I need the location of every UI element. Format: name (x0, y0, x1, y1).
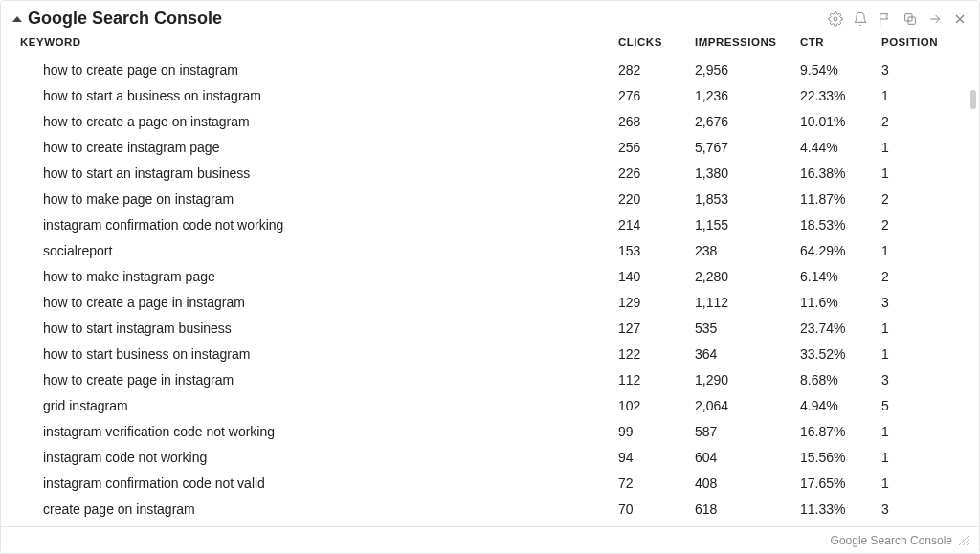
cell-ctr: 11.6% (800, 289, 881, 315)
cell-impressions: 604 (695, 444, 800, 470)
cell-position: 2 (881, 211, 968, 237)
table-row[interactable]: how to create instagram page2565,7674.44… (12, 134, 968, 160)
cell-keyword: socialreport (12, 237, 618, 263)
column-header-ctr[interactable]: CTR (800, 36, 881, 48)
collapse-caret-icon[interactable] (12, 16, 22, 22)
widget-footer: Google Search Console (1, 526, 979, 553)
cell-keyword: instagram confirmation code not working (12, 211, 618, 237)
cell-position: 1 (881, 315, 968, 341)
cell-keyword: how to create a page in instagram (12, 289, 618, 315)
table-row[interactable]: instagram code not working9460415.56%1 (12, 444, 968, 470)
cell-clicks: 122 (618, 341, 695, 366)
table-row[interactable]: instagram verification code not working9… (12, 418, 968, 444)
column-header-impressions[interactable]: IMPRESSIONS (695, 36, 800, 48)
cell-impressions: 2,676 (695, 108, 800, 134)
cell-keyword: how to make page on instagram (12, 186, 618, 211)
bell-icon[interactable] (853, 11, 868, 27)
widget-toolbar (828, 11, 968, 27)
cell-ctr: 10.01% (800, 108, 881, 134)
cell-keyword: how to create instagram page (12, 134, 618, 160)
widget-title: Google Search Console (28, 9, 222, 29)
cell-impressions: 364 (695, 341, 800, 366)
cell-impressions: 1,155 (695, 211, 800, 237)
export-arrow-icon[interactable] (927, 11, 943, 27)
cell-impressions: 408 (695, 470, 800, 496)
column-header-clicks[interactable]: CLICKS (618, 36, 695, 48)
cell-clicks: 140 (618, 263, 695, 289)
cell-position: 1 (881, 237, 968, 263)
cell-clicks: 112 (618, 366, 695, 392)
cell-position: 3 (881, 289, 968, 315)
cell-impressions: 1,112 (695, 289, 800, 315)
cell-ctr: 64.29% (800, 237, 881, 263)
close-icon[interactable] (952, 11, 968, 27)
cell-keyword: grid instagram (12, 392, 618, 418)
cell-impressions: 2,956 (695, 56, 800, 82)
table-row[interactable]: how to start an instagram business2261,3… (12, 160, 968, 186)
table-row[interactable]: how to create page on instagram2822,9569… (12, 56, 968, 82)
cell-position: 1 (881, 160, 968, 186)
cell-impressions: 1,290 (695, 366, 800, 392)
table-row[interactable]: how to create a page on instagram2682,67… (12, 108, 968, 134)
cell-position: 3 (881, 366, 968, 392)
table-row[interactable]: how to create a page in instagram1291,11… (12, 289, 968, 315)
cell-impressions: 535 (695, 315, 800, 341)
cell-position: 1 (881, 418, 968, 444)
cell-impressions: 2,280 (695, 263, 800, 289)
cell-ctr: 9.54% (800, 56, 881, 82)
cell-keyword: how to create page in instagram (12, 366, 618, 392)
widget-header: Google Search Console (1, 1, 979, 33)
table-row[interactable]: how to start a business on instagram2761… (12, 82, 968, 108)
cell-clicks: 127 (618, 315, 695, 341)
cell-position: 1 (881, 134, 968, 160)
cell-ctr: 15.56% (800, 444, 881, 470)
table-row[interactable]: how to start business on instagram122364… (12, 341, 968, 366)
gear-icon[interactable] (828, 11, 843, 27)
cell-clicks: 214 (618, 211, 695, 237)
cell-clicks: 276 (618, 82, 695, 108)
cell-keyword: how to make instagram page (12, 263, 618, 289)
table-row[interactable]: create page on instagram7061811.33%3 (12, 496, 968, 521)
copy-icon[interactable] (902, 11, 918, 27)
table-row[interactable]: instagram confirmation code not valid724… (12, 470, 968, 496)
table-row[interactable]: instagram confirmation code not working2… (12, 211, 968, 237)
cell-keyword: instagram code not working (12, 444, 618, 470)
cell-keyword: how to create page on instagram (12, 56, 618, 82)
cell-ctr: 16.38% (800, 160, 881, 186)
cell-position: 2 (881, 186, 968, 211)
cell-keyword: how to start a business on instagram (12, 82, 618, 108)
flag-icon[interactable] (878, 11, 893, 27)
cell-position: 1 (881, 470, 968, 496)
table-row[interactable]: how to create page in instagram1121,2908… (12, 366, 968, 392)
cell-impressions: 5,767 (695, 134, 800, 160)
cell-impressions: 2,064 (695, 392, 800, 418)
cell-clicks: 94 (618, 444, 695, 470)
cell-position: 2 (881, 108, 968, 134)
cell-keyword: instagram confirmation code not valid (12, 470, 618, 496)
cell-ctr: 11.87% (800, 186, 881, 211)
cell-position: 1 (881, 341, 968, 366)
cell-ctr: 22.33% (800, 82, 881, 108)
data-table: how to create page on instagram2822,9569… (12, 56, 968, 521)
cell-ctr: 17.65% (800, 470, 881, 496)
cell-position: 3 (881, 496, 968, 521)
cell-impressions: 1,380 (695, 160, 800, 186)
cell-ctr: 6.14% (800, 263, 881, 289)
table-row[interactable]: how to start instagram business12753523.… (12, 315, 968, 341)
column-header-position[interactable]: POSITION (881, 36, 968, 48)
scrollbar-thumb[interactable] (970, 90, 976, 109)
cell-position: 2 (881, 263, 968, 289)
table-row[interactable]: how to make page on instagram2201,85311.… (12, 186, 968, 211)
cell-ctr: 23.74% (800, 315, 881, 341)
column-header-row: KEYWORD CLICKS IMPRESSIONS CTR POSITION (12, 33, 968, 56)
resize-handle-icon[interactable] (958, 535, 969, 546)
cell-keyword: create page on instagram (12, 496, 618, 521)
cell-ctr: 11.33% (800, 496, 881, 521)
cell-keyword: how to start business on instagram (12, 341, 618, 366)
table-row[interactable]: socialreport15323864.29%1 (12, 237, 968, 263)
table-row[interactable]: how to make instagram page1402,2806.14%2 (12, 263, 968, 289)
table-row[interactable]: grid instagram1022,0644.94%5 (12, 392, 968, 418)
column-header-keyword[interactable]: KEYWORD (20, 36, 618, 48)
table-container[interactable]: KEYWORD CLICKS IMPRESSIONS CTR POSITION … (1, 33, 979, 521)
title-group: Google Search Console (12, 9, 222, 29)
